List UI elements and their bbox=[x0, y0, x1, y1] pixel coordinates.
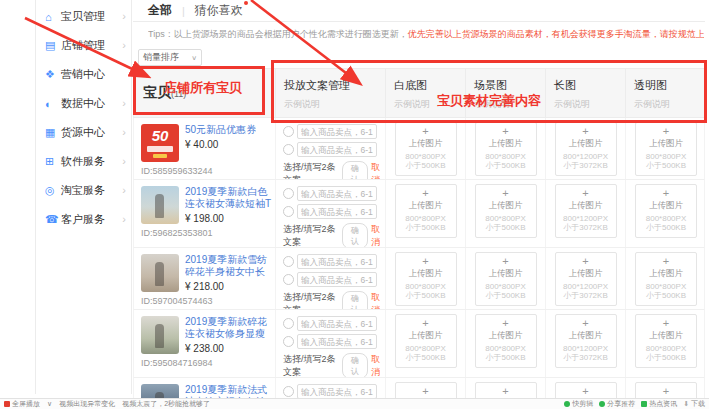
selling-point-input[interactable] bbox=[297, 254, 377, 269]
upload-image-button[interactable]: +上传图片800*800PX小于500KB bbox=[395, 314, 457, 368]
example-link[interactable]: 示例说明 bbox=[474, 98, 545, 111]
selling-point-input[interactable] bbox=[297, 186, 377, 201]
upload-spec-limit: 小于500KB bbox=[476, 223, 536, 232]
sidebar-item-软件服务[interactable]: ⊞软件服务› bbox=[36, 147, 131, 176]
upload-image-button[interactable]: +上传图片800*800PX小于500KB bbox=[395, 122, 457, 176]
bottom-bar-item[interactable]: ∨ bbox=[47, 400, 52, 408]
upload-spec-limit: 小于500KB bbox=[396, 161, 456, 170]
sidebar-item-数据中心[interactable]: ◐数据中心› bbox=[36, 89, 131, 118]
selling-point-input[interactable] bbox=[297, 334, 377, 349]
copy-input-row bbox=[283, 254, 385, 269]
product-title-link[interactable]: 50元新品优惠券 bbox=[185, 124, 256, 136]
upload-image-button[interactable]: +上传图片800*1200PX小于3072KB bbox=[555, 122, 617, 176]
product-thumbnail[interactable] bbox=[141, 316, 179, 354]
product-title-link[interactable]: 2019夏季新款碎花连衣裙女修身显瘦小众网红 bbox=[185, 316, 272, 340]
bottom-bar-label: 全屏播放 bbox=[12, 399, 40, 409]
product-thumbnail[interactable] bbox=[141, 186, 179, 224]
sidebar-item-货源中心[interactable]: ▦货源中心› bbox=[36, 118, 131, 147]
product-thumbnail[interactable] bbox=[141, 254, 179, 292]
headset-icon: ☎ bbox=[45, 213, 61, 226]
upload-image-button[interactable]: +上传图片800*1200PX小于3072KB bbox=[555, 252, 617, 306]
sidebar-item-宝贝管理[interactable]: ⌂宝贝管理› bbox=[36, 2, 131, 31]
upload-image-button[interactable]: +上传图片800*800PX小于500KB bbox=[635, 314, 697, 368]
copy-manage-cell: 选择/填写2条文案确认取消 bbox=[276, 118, 386, 179]
upload-label: 上传图片 bbox=[636, 330, 696, 342]
bottom-bar-item[interactable]: 分享推荐 bbox=[599, 399, 635, 409]
upload-label: 上传图片 bbox=[556, 138, 616, 150]
copy-checkbox[interactable] bbox=[283, 256, 294, 267]
sidebar-item-营销中心[interactable]: ❖营销中心 bbox=[36, 60, 131, 89]
tab-guess-you-like[interactable]: 猜你喜欢 bbox=[195, 2, 248, 19]
bottom-bar-item[interactable]: 全屏播放 bbox=[4, 399, 40, 409]
copy-checkbox[interactable] bbox=[283, 206, 294, 217]
copy-checkbox[interactable] bbox=[283, 274, 294, 285]
bottom-bar-item[interactable]: 视频太震了，2秒能抢就够了 bbox=[122, 399, 210, 409]
example-link[interactable]: 示例说明 bbox=[284, 98, 385, 111]
sidebar-item-淘宝服务[interactable]: ◎淘宝服务› bbox=[36, 176, 131, 205]
cancel-button[interactable]: 取消 bbox=[371, 291, 385, 309]
example-link[interactable]: 示例说明 bbox=[634, 98, 706, 111]
browser-app-icon bbox=[4, 401, 10, 407]
upload-spec: 800*800PX小于500KB bbox=[476, 214, 536, 232]
upload-image-button[interactable]: +上传图片800*800PX小于500KB bbox=[475, 184, 537, 238]
copy-checkbox[interactable] bbox=[283, 318, 294, 329]
selling-point-input[interactable] bbox=[297, 272, 377, 287]
plus-icon: + bbox=[636, 256, 696, 267]
upload-image-button[interactable]: +上传图片800*800PX小于500KB bbox=[635, 252, 697, 306]
example-link[interactable]: 示例说明 bbox=[554, 98, 625, 111]
tips-prefix: Tips：以上货源场景的商品会根据用户个性化需求进行圈选更新， bbox=[148, 29, 408, 39]
sidebar-item-客户服务[interactable]: ☎客户服务› bbox=[36, 205, 131, 234]
sidebar-item-label: 淘宝服务 bbox=[61, 183, 105, 198]
upload-image-button[interactable]: +上传图片800*1200PX小于3072KB bbox=[555, 314, 617, 368]
chevron-right-icon: › bbox=[122, 98, 126, 109]
tab-all[interactable]: 全部 bbox=[148, 2, 172, 19]
cancel-button[interactable]: 取消 bbox=[371, 353, 385, 377]
upload-image-button[interactable]: +上传图片800*800PX小于500KB bbox=[635, 122, 697, 176]
upload-spec: 800*800PX小于500KB bbox=[396, 344, 456, 362]
copy-checkbox[interactable] bbox=[283, 126, 294, 137]
example-link[interactable]: 示例说明 bbox=[394, 98, 465, 111]
upload-image-button[interactable]: +上传图片800*800PX小于500KB bbox=[635, 184, 697, 238]
header-col-label: 长图 bbox=[554, 78, 625, 93]
selling-point-input[interactable] bbox=[297, 204, 377, 219]
selling-point-input[interactable] bbox=[297, 384, 377, 399]
copy-checkbox[interactable] bbox=[283, 386, 294, 397]
upload-spec: 800*800PX小于500KB bbox=[476, 344, 536, 362]
confirm-button[interactable]: 确认 bbox=[342, 223, 368, 247]
cancel-button[interactable]: 取消 bbox=[371, 223, 385, 247]
copy-checkbox[interactable] bbox=[283, 336, 294, 347]
sidebar-item-label: 数据中心 bbox=[61, 96, 105, 111]
bottom-bar-item[interactable]: 热点资讯 bbox=[641, 399, 677, 409]
cancel-button[interactable]: 取消 bbox=[371, 161, 385, 179]
copy-checkbox[interactable] bbox=[283, 144, 294, 155]
upload-spec-limit: 小于3072KB bbox=[556, 291, 616, 300]
confirm-button[interactable]: 确认 bbox=[342, 353, 368, 377]
upload-spec-limit: 小于500KB bbox=[476, 161, 536, 170]
selling-point-input[interactable] bbox=[297, 316, 377, 331]
plus-icon: + bbox=[556, 126, 616, 137]
plus-icon: + bbox=[476, 126, 536, 137]
selling-point-input[interactable] bbox=[297, 124, 377, 139]
upload-image-button[interactable]: +上传图片800*800PX小于500KB bbox=[395, 184, 457, 238]
bottom-bar-item[interactable]: 快剪辑 bbox=[564, 399, 593, 409]
copy-checkbox[interactable] bbox=[283, 188, 294, 199]
upload-image-button[interactable]: +上传图片800*800PX小于500KB bbox=[475, 314, 537, 368]
bottom-bar-item[interactable]: ⬇下载 bbox=[683, 399, 705, 409]
product-id: ID:585959633244 bbox=[141, 166, 272, 176]
confirm-button[interactable]: 确认 bbox=[342, 291, 368, 309]
bottom-bar-label: ∨ bbox=[47, 400, 52, 408]
confirm-button[interactable]: 确认 bbox=[342, 161, 368, 179]
bottom-bar-item[interactable]: 视频出现异常变化 bbox=[59, 399, 115, 409]
upload-image-button[interactable]: +上传图片800*800PX小于500KB bbox=[475, 122, 537, 176]
sidebar-item-店铺管理[interactable]: ▤店铺管理› bbox=[36, 31, 131, 60]
upload-spec: 800*1200PX小于3072KB bbox=[556, 282, 616, 300]
upload-image-button[interactable]: +上传图片800*800PX小于500KB bbox=[395, 252, 457, 306]
upload-image-button[interactable]: +上传图片800*1200PX小于3072KB bbox=[555, 184, 617, 238]
product-thumbnail[interactable]: 50 bbox=[141, 124, 179, 162]
selling-point-input[interactable] bbox=[297, 142, 377, 157]
product-title-link[interactable]: 2019夏季新款雪纺碎花半身裙女中长款显瘦白 bbox=[185, 254, 272, 278]
sort-dropdown[interactable]: 销量排序 ∨ bbox=[138, 49, 202, 66]
upload-image-button[interactable]: +上传图片800*800PX小于500KB bbox=[475, 252, 537, 306]
product-title-link[interactable]: 2019夏季新款白色连衣裙女薄款短袖T恤中长款 bbox=[185, 186, 272, 210]
chevron-right-icon: › bbox=[122, 40, 126, 51]
